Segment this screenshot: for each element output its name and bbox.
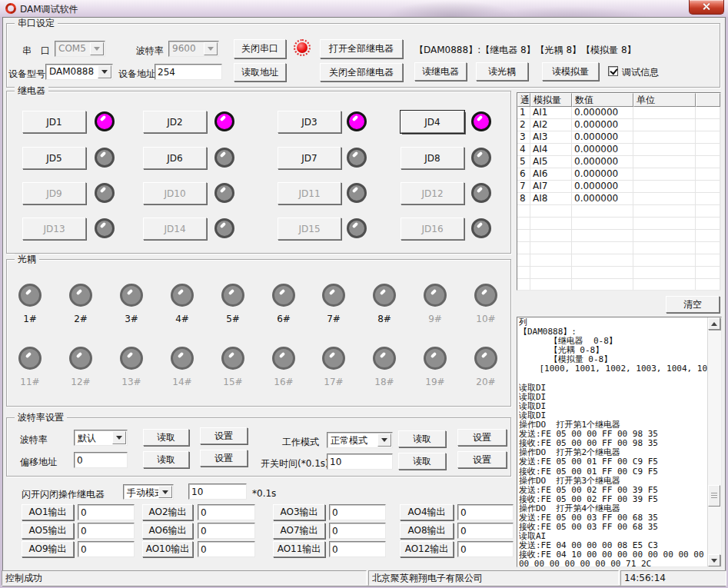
ao8-value-input[interactable]: 0: [457, 523, 514, 539]
table-header-cell[interactable]: 单位: [633, 93, 696, 107]
read-analog-button[interactable]: 读模拟量: [542, 62, 599, 81]
titlebar: DAM调试软件: [0, 0, 728, 17]
ao12-output-button[interactable]: AO12输出: [400, 541, 454, 557]
ao2-output-button[interactable]: AO2输出: [142, 504, 193, 520]
flash-mode-select[interactable]: 手动模式: [123, 484, 174, 500]
relay-button-jd5[interactable]: JD5: [22, 147, 86, 169]
ao7-value-input[interactable]: 0: [329, 523, 386, 539]
log-textarea[interactable]: 列 【DAM0888】: 【继电器 0-8】 【光耦 0-8】 【模拟量 0-8…: [517, 317, 722, 567]
relay-led-jd15: [347, 218, 367, 238]
ao4-value-input[interactable]: 0: [457, 504, 514, 520]
mode-set-button[interactable]: 设置: [457, 429, 507, 446]
scroll-up-icon[interactable]: [708, 317, 720, 330]
baudrate-select[interactable]: 9600: [168, 41, 219, 57]
clear-log-button[interactable]: 清空: [666, 296, 720, 313]
relay-button-jd8[interactable]: JD8: [401, 147, 464, 169]
open-all-relays-button[interactable]: 打开全部继电器: [320, 39, 403, 58]
model-value: DAM0888: [49, 66, 94, 77]
ao3-value-input[interactable]: 0: [329, 504, 386, 520]
chevron-down-icon[interactable]: [112, 431, 126, 444]
read-opto-button[interactable]: 读光耦: [476, 62, 528, 81]
ao11-output-button[interactable]: AO11输出: [273, 541, 325, 557]
table-header-cell[interactable]: 模拟量: [530, 93, 572, 107]
ao7-output-button[interactable]: AO7输出: [273, 523, 325, 539]
baud-value: 默认: [78, 432, 96, 445]
ao10-output-button[interactable]: AO10输出: [142, 541, 193, 557]
chevron-down-icon[interactable]: [90, 42, 104, 55]
opto-indicator-15: 15#: [210, 347, 256, 387]
work-mode-select[interactable]: 正常模式: [327, 432, 393, 448]
relay-button-jd2[interactable]: JD2: [143, 111, 207, 133]
opto-indicator-5: 5#: [210, 284, 256, 324]
ao5-output-button[interactable]: AO5输出: [22, 523, 74, 539]
device-info-label: 【DAM0888】:【继电器 8】【光耦 8】【模拟量 8】: [414, 44, 637, 57]
chevron-down-icon[interactable]: [158, 486, 172, 498]
opto-indicator-4: 4#: [159, 284, 205, 324]
ao10-value-input[interactable]: 0: [198, 541, 255, 557]
chevron-down-icon[interactable]: [204, 42, 218, 55]
table-row[interactable]: 1AI10.000000: [517, 107, 720, 119]
table-row[interactable]: 4AI40.000000: [517, 144, 720, 156]
flash-time-input[interactable]: 10: [188, 483, 247, 500]
table-row[interactable]: 7AI70.000000: [517, 181, 720, 193]
time-read-button[interactable]: 读取: [398, 453, 446, 470]
ao5-value-input[interactable]: 0: [78, 523, 135, 539]
ao6-value-input[interactable]: 0: [198, 523, 255, 539]
offset-set-button[interactable]: 设置: [200, 450, 248, 467]
offset-read-button[interactable]: 读取: [143, 451, 189, 468]
time-set-button[interactable]: 设置: [457, 451, 507, 468]
chevron-down-icon[interactable]: [377, 434, 391, 447]
offset-address-input[interactable]: 0: [74, 452, 128, 468]
log-scrollbar[interactable]: [707, 317, 721, 566]
relay-button-jd6[interactable]: JD6: [143, 147, 207, 169]
port-label: 串 口: [22, 45, 50, 58]
relay-button-jd11: JD11: [278, 182, 341, 204]
relay-led-jd1: [95, 111, 115, 131]
ao12-value-input[interactable]: 0: [457, 541, 514, 557]
opto-group-legend: 光耦: [15, 254, 39, 264]
table-row[interactable]: 8AI80.000000: [517, 193, 720, 205]
ao6-output-button[interactable]: AO6输出: [142, 523, 193, 539]
table-header-cell[interactable]: 数值: [572, 93, 633, 107]
ao8-output-button[interactable]: AO8输出: [400, 523, 454, 539]
status-time: 14:56:14: [620, 570, 726, 586]
table-row[interactable]: 6AI60.000000: [517, 168, 720, 181]
scrollbar-thumb[interactable]: [708, 485, 720, 507]
opto-indicator-19: 19#: [412, 347, 458, 387]
baud-read-button[interactable]: 读取: [143, 429, 189, 446]
table-header-cell[interactable]: [696, 93, 720, 107]
ao3-output-button[interactable]: AO3输出: [273, 504, 325, 520]
table-row[interactable]: 5AI50.000000: [517, 156, 720, 168]
baud-set-button[interactable]: 设置: [200, 427, 248, 444]
relay-button-jd4[interactable]: JD4: [401, 111, 464, 133]
ao9-output-button[interactable]: AO9输出: [22, 541, 74, 557]
ao2-value-input[interactable]: 0: [198, 504, 255, 520]
switch-time-input[interactable]: 10: [327, 453, 393, 470]
chevron-down-icon[interactable]: [98, 65, 111, 78]
debug-info-checkbox[interactable]: [608, 66, 618, 76]
scroll-down-icon[interactable]: [708, 554, 720, 566]
port-select[interactable]: COM5: [55, 41, 105, 57]
table-row[interactable]: 2AI20.000000: [517, 119, 720, 131]
ao9-value-input[interactable]: 0: [78, 541, 135, 557]
close-button[interactable]: [689, 0, 724, 15]
mode-read-button[interactable]: 读取: [398, 430, 446, 447]
baud-select[interactable]: 默认: [74, 430, 128, 446]
model-select[interactable]: DAM0888: [45, 64, 113, 80]
ao11-value-input[interactable]: 0: [329, 541, 386, 557]
close-port-button[interactable]: 关闭串口: [234, 39, 286, 58]
ao1-output-button[interactable]: AO1输出: [22, 504, 74, 520]
table-header-cell[interactable]: 通: [517, 93, 530, 107]
relay-button-jd3[interactable]: JD3: [278, 111, 341, 133]
relay-button-jd7[interactable]: JD7: [278, 147, 341, 169]
device-address-input[interactable]: 254: [155, 64, 222, 80]
relay-group-legend: 继电器: [15, 85, 48, 96]
relay-button-jd1[interactable]: JD1: [22, 111, 86, 133]
relay-button-jd9: JD9: [22, 182, 86, 204]
close-all-relays-button[interactable]: 关闭全部继电器: [320, 63, 403, 81]
table-row[interactable]: 3AI30.000000: [517, 131, 720, 144]
read-address-button[interactable]: 读取地址: [234, 63, 286, 81]
read-relay-button[interactable]: 读继电器: [414, 62, 467, 81]
ao4-output-button[interactable]: AO4输出: [400, 504, 454, 520]
ao1-value-input[interactable]: 0: [78, 504, 135, 520]
